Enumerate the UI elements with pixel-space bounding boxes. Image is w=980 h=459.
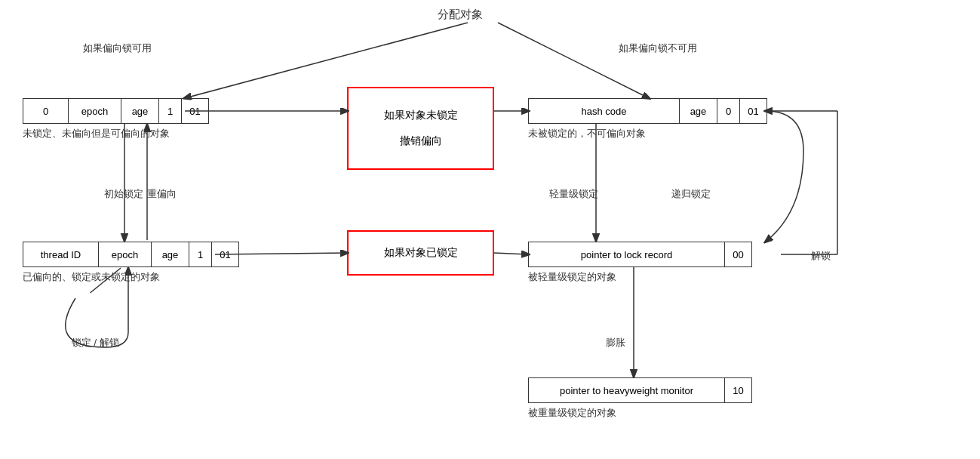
label-init-lock: 初始锁定 bbox=[104, 187, 143, 201]
box5-cell-10: 10 bbox=[725, 378, 751, 402]
label-lock-unlock: 锁定 / 解锁 bbox=[72, 336, 119, 350]
box5-label: 被重量级锁定的对象 bbox=[528, 406, 751, 420]
label-unlock: 解锁 bbox=[811, 249, 831, 263]
box1-label: 未锁定、未偏向但是可偏向的对象 bbox=[23, 127, 207, 140]
left-branch-label: 如果偏向锁可用 bbox=[83, 42, 152, 55]
label-inflate: 膨胀 bbox=[606, 336, 625, 350]
red-box1-line1: 如果对象未锁定 撤销偏向 bbox=[384, 109, 458, 148]
box4: pointer to lock record 00 bbox=[528, 242, 752, 267]
box4-cell-00: 00 bbox=[725, 242, 751, 266]
box3: hash code age 0 01 bbox=[528, 98, 767, 124]
box1-cell-epoch: epoch bbox=[69, 99, 121, 123]
box1: 0 epoch age 1 01 bbox=[23, 98, 209, 124]
svg-line-7 bbox=[494, 253, 528, 254]
box2-label: 已偏向的、锁定或未锁定的对象 bbox=[23, 270, 238, 284]
red-box-locked: 如果对象已锁定 bbox=[347, 230, 494, 276]
diagram: 分配对象 如果偏向锁可用 如果偏向锁不可用 0 epoch age 1 01 未… bbox=[0, 0, 980, 459]
box4-label: 被轻量级锁定的对象 bbox=[528, 270, 751, 284]
box2-cell-1: 1 bbox=[189, 242, 212, 266]
right-branch-label: 如果偏向锁不可用 bbox=[619, 42, 697, 55]
box2: thread ID epoch age 1 01 bbox=[23, 242, 239, 267]
box1-cell-01: 01 bbox=[182, 99, 208, 123]
box3-label: 未被锁定的，不可偏向对象 bbox=[528, 127, 766, 140]
label-re-bias: 重偏向 bbox=[147, 187, 177, 201]
box3-cell-0: 0 bbox=[717, 99, 740, 123]
box3-cell-01: 01 bbox=[740, 99, 766, 123]
red-box2-text: 如果对象已锁定 bbox=[384, 246, 458, 260]
box1-cell-1: 1 bbox=[159, 99, 182, 123]
box5: pointer to heavyweight monitor 10 bbox=[528, 377, 752, 403]
box5-cell-ptr: pointer to heavyweight monitor bbox=[529, 378, 725, 402]
svg-line-3 bbox=[498, 23, 649, 98]
box2-cell-epoch: epoch bbox=[99, 242, 152, 266]
box1-cell-0: 0 bbox=[23, 99, 69, 123]
box3-cell-age: age bbox=[680, 99, 717, 123]
label-lightweight-lock: 轻量级锁定 bbox=[549, 187, 598, 201]
box4-cell-ptr: pointer to lock record bbox=[529, 242, 725, 266]
box1-cell-age: age bbox=[121, 99, 159, 123]
red-box-unlocked: 如果对象未锁定 撤销偏向 bbox=[347, 87, 494, 170]
arrows-svg bbox=[0, 0, 980, 459]
box2-cell-threadid: thread ID bbox=[23, 242, 99, 266]
box3-cell-hashcode: hash code bbox=[529, 99, 680, 123]
label-recursive-lock: 递归锁定 bbox=[671, 187, 711, 201]
top-label: 分配对象 bbox=[438, 8, 483, 22]
box2-cell-age: age bbox=[152, 242, 189, 266]
box2-cell-01: 01 bbox=[212, 242, 238, 266]
